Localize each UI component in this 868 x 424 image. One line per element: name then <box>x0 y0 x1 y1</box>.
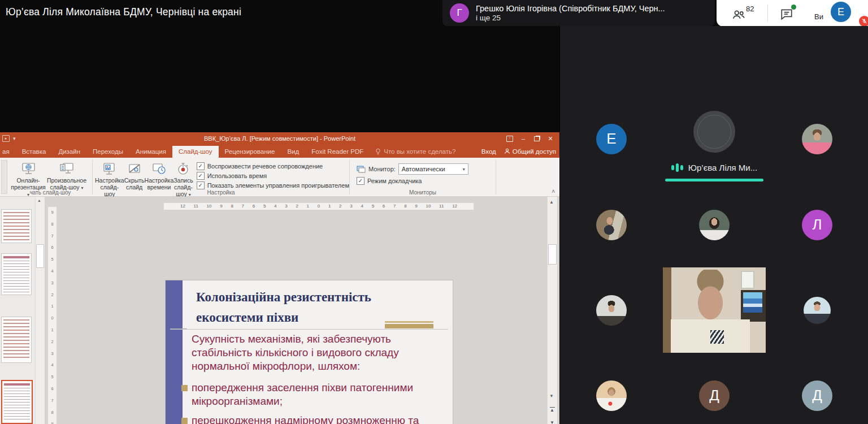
participant-video-feed <box>663 267 766 353</box>
online-presentation-icon <box>21 162 36 176</box>
meet-window: Юр’єва Ліля Миколаївна БДМУ, Чернівці на… <box>0 0 868 424</box>
minimize-button[interactable]: – <box>517 132 530 145</box>
participant-tile[interactable] <box>560 353 663 424</box>
slide-thumbnail-3[interactable] <box>1 317 32 363</box>
button-label: Скрыть <box>124 177 145 184</box>
participant-tile[interactable]: Е <box>560 96 663 181</box>
share-button-label: Общий доступ <box>513 148 556 155</box>
participant-tile[interactable] <box>766 267 868 353</box>
tab-view[interactable]: Вид <box>281 146 305 158</box>
participant-avatar-photo <box>596 210 627 240</box>
meeting-controls-panel: 82 Ви Е <box>717 0 868 27</box>
monitor-dropdown[interactable]: Автоматически ▾ <box>398 163 468 175</box>
participant-tile[interactable] <box>560 182 663 267</box>
tab-home-partial[interactable]: ая <box>0 146 16 158</box>
participant-avatar-photo <box>699 210 730 240</box>
tab-insert[interactable]: Вставка <box>16 146 53 158</box>
use-timings-checkbox[interactable]: ✓ Использовать время <box>197 172 349 180</box>
ppt-title-bar[interactable]: ▸ ▾ ВВК_Юр’єва Л. [Режим совместимости] … <box>0 132 559 145</box>
collapse-ribbon-button[interactable]: ˄ <box>552 188 555 194</box>
button-label: Запись <box>173 177 193 184</box>
rehearse-timings-button[interactable]: Настройка времени <box>145 160 174 191</box>
monitor-icon <box>357 166 366 173</box>
thumbnails-scrollbar[interactable] <box>35 197 45 424</box>
restore-button[interactable] <box>530 132 544 145</box>
dropdown-caret-icon: ▾ <box>463 167 465 172</box>
checkbox-label: Воспроизвести речевое сопровождение <box>207 163 323 170</box>
top-bar: Юр’єва Ліля Миколаївна БДМУ, Чернівці на… <box>0 0 868 26</box>
participants-panel: Е Юр’єва Ліля Ми... Л <box>559 26 868 424</box>
button-label: Онлайн- <box>16 177 40 184</box>
slide-canvas[interactable]: Колонізаційна резистентність екосистеми … <box>165 280 453 424</box>
slide-bullet-2: перешкодження надмірному розмноженню та … <box>192 414 429 424</box>
audio-activity-icon <box>671 163 683 172</box>
show-media-controls-checkbox[interactable]: ✓ Показать элементы управления проигрыва… <box>197 181 349 189</box>
ribbon-display-options-button[interactable]: ↑ <box>503 132 517 145</box>
record-slideshow-icon <box>176 162 190 176</box>
tab-animations[interactable]: Анимация <box>129 146 172 158</box>
tell-me-label: Что вы хотите сделать? <box>384 148 455 155</box>
tab-foxit[interactable]: Foxit Reader PDF <box>305 146 370 158</box>
participant-tile-speaking[interactable]: Юр’єва Ліля Ми... <box>663 96 766 181</box>
share-button[interactable]: Общий доступ <box>504 148 556 155</box>
checkbox-checked-icon: ✓ <box>197 162 205 170</box>
close-button[interactable]: × <box>544 132 557 145</box>
sign-in-button[interactable]: Вход <box>481 148 496 155</box>
scroll-thumb[interactable] <box>548 244 557 265</box>
participant-tile[interactable] <box>766 96 868 181</box>
button-label: Произвольное <box>47 177 86 184</box>
ribbon-group-monitors: Монитор: Автоматически ▾ ✓ Режим докладч… <box>350 158 496 196</box>
tab-transitions[interactable]: Переходы <box>86 146 129 158</box>
participants-count: 82 <box>746 5 754 13</box>
lightbulb-icon <box>375 148 381 155</box>
tab-design[interactable]: Дизайн <box>52 146 86 158</box>
ppt-window-title: ВВК_Юр’єва Л. [Режим совместимости] - Po… <box>0 135 559 142</box>
slide-body-textbox[interactable]: Сукупність механізмів, які забезпечують … <box>192 332 429 424</box>
monitor-dropdown-value: Автоматически <box>402 166 445 172</box>
checkbox-label: Показать элементы управления проигрывате… <box>207 182 349 189</box>
tab-slideshow-active[interactable]: Слайд-шоу <box>172 146 219 158</box>
custom-slideshow-icon <box>59 162 75 176</box>
next-slide-button[interactable]: ▼ <box>549 421 555 424</box>
chat-icon[interactable] <box>780 8 793 20</box>
rehearse-timings-icon <box>151 162 167 176</box>
thumbnails-scroll-up-icon[interactable]: ▲ <box>37 198 41 202</box>
play-narrations-checkbox[interactable]: ✓ Воспроизвести речевое сопровождение <box>197 162 349 170</box>
tab-review[interactable]: Рецензирование <box>219 146 281 158</box>
slide-scrollbar[interactable] <box>547 197 557 424</box>
participant-tile[interactable] <box>560 267 663 353</box>
group-label-monitors: Мониторы <box>350 189 496 196</box>
chat-unread-dot <box>791 5 796 10</box>
slide-thumbnail-4-selected[interactable] <box>1 380 33 424</box>
toast-text: Грешко Юлія Ігорівна (Співробітник БДМУ,… <box>476 3 665 23</box>
participant-tile[interactable]: Д <box>766 353 868 424</box>
custom-slideshow-button[interactable]: Произвольное слайд-шоу ▾ <box>46 160 88 191</box>
participant-tile[interactable]: Л <box>766 182 868 267</box>
hide-slide-button[interactable]: Скрыть слайд <box>124 160 145 191</box>
participant-tile[interactable] <box>663 182 766 267</box>
presenter-view-checkbox[interactable]: ✓ Режим докладчика <box>357 177 468 185</box>
participants-joined-toast[interactable]: Г Грешко Юлія Ігорівна (Співробітник БДМ… <box>442 0 715 26</box>
video-person-collar <box>710 330 724 344</box>
scroll-up-icon[interactable]: ▲ <box>549 200 554 205</box>
you-avatar[interactable]: Е <box>831 2 851 22</box>
group-separator <box>496 159 496 194</box>
powerpoint-window: ▸ ▾ ВВК_Юр’єва Л. [Режим совместимости] … <box>0 132 559 424</box>
participant-avatar-photo <box>596 380 627 411</box>
vertical-ruler: 9 8 7 6 5 4 3 2 1 0 1 2 3 4 5 6 7 8 9 <box>47 206 57 424</box>
horizontal-ruler: 12 11 10 9 8 7 6 5 4 3 2 1 0 1 2 3 4 5 6… <box>163 202 474 210</box>
slide-thumbnail-2[interactable] <box>1 253 32 295</box>
participant-tile[interactable]: Д <box>663 353 766 424</box>
tell-me-box[interactable]: Что вы хотите сделать? <box>370 146 461 158</box>
participants-icon[interactable] <box>731 8 746 21</box>
scroll-down-icon[interactable]: ▼ <box>549 393 554 399</box>
clipped-ribbon-button[interactable] <box>1 160 7 194</box>
thumbnails-scroll-thumb[interactable] <box>36 244 44 268</box>
slide-thumbnail-1[interactable] <box>1 209 32 243</box>
participant-avatar-placeholder <box>693 111 735 153</box>
participant-tile-video[interactable] <box>663 267 766 353</box>
account-area: Вход Общий доступ <box>481 145 556 158</box>
monitor-label: Монитор: <box>368 166 396 172</box>
previous-slide-button[interactable]: ▲ <box>549 407 555 412</box>
setup-slideshow-icon <box>102 162 117 176</box>
